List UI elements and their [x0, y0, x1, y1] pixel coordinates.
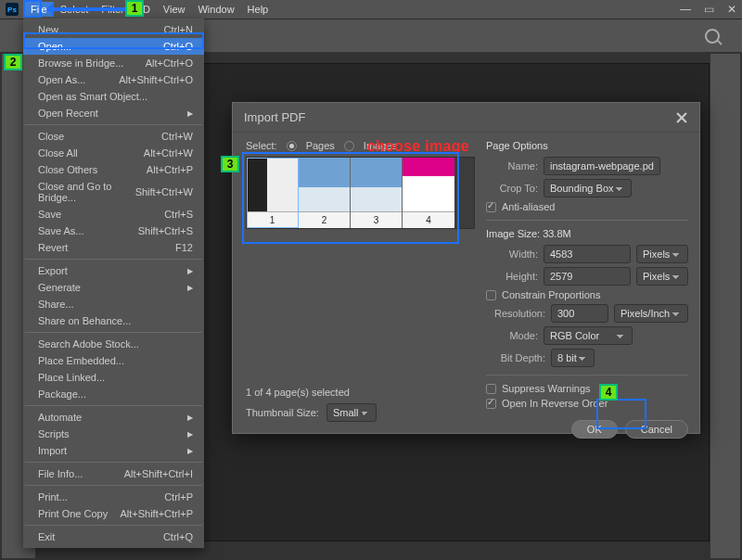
file-menu-item[interactable]: File Info...Alt+Shift+Ctrl+I [23, 465, 204, 482]
callout-3: 3 [221, 156, 239, 172]
file-menu-item[interactable]: Print...Ctrl+P [23, 489, 204, 505]
resolution-field[interactable] [551, 304, 608, 323]
callout-arrow-1 [48, 7, 134, 11]
reverse-label: Open In Reverse Order [502, 398, 608, 409]
file-menu-item[interactable]: Share on Behance... [23, 312, 204, 329]
mode-label: Mode: [486, 330, 538, 341]
menu-separator [25, 485, 202, 486]
search-icon[interactable] [705, 29, 720, 44]
width-field[interactable] [544, 245, 631, 263]
file-menu-item[interactable]: Search Adobe Stock... [23, 336, 204, 352]
file-menu-item[interactable]: CloseCtrl+W [23, 128, 204, 145]
callout-4: 4 [599, 384, 618, 401]
radio-pages-label: Pages [306, 140, 335, 151]
thumbnail-3[interactable]: 3 [351, 158, 403, 228]
constrain-checkbox[interactable] [486, 290, 496, 300]
file-menu-item[interactable]: Place Linked... [23, 369, 204, 386]
menu-separator [25, 259, 202, 260]
file-menu-item[interactable]: Share... [23, 296, 204, 312]
menu-separator [25, 124, 202, 125]
thumbnails: 1 2 3 4 [246, 157, 475, 229]
file-menu: New...Ctrl+NOpen...Ctrl+OBrowse in Bridg… [23, 19, 204, 548]
cancel-button[interactable]: Cancel [625, 420, 688, 439]
import-pdf-dialog: Import PDF Select: Pages Images choose i… [232, 102, 700, 434]
reverse-checkbox[interactable] [486, 399, 496, 409]
menu-separator [25, 462, 202, 463]
file-menu-item[interactable]: ExitCtrl+Q [23, 528, 204, 545]
suppress-checkbox[interactable] [486, 384, 496, 394]
menu-separator [25, 332, 202, 333]
photoshop-icon: Ps [6, 3, 19, 16]
menu-separator [25, 405, 202, 406]
height-label: Height: [486, 271, 538, 282]
thumbnail-2[interactable]: 2 [299, 158, 351, 228]
window-controls: — ▭ ✕ [680, 0, 736, 19]
ok-button[interactable]: OK [571, 420, 618, 439]
crop-to-select[interactable]: Bounding Box [544, 179, 632, 197]
menu-window[interactable]: Window [191, 2, 240, 17]
name-field[interactable] [544, 157, 660, 175]
image-size-title: Image Size: 33.8M [486, 228, 688, 239]
close-icon[interactable] [675, 111, 688, 124]
file-menu-item[interactable]: Open As...Alt+Shift+Ctrl+O [23, 71, 204, 88]
choose-image-callout: choose image [367, 138, 469, 155]
anti-aliased-checkbox[interactable] [486, 202, 496, 212]
file-menu-item[interactable]: Automate▶ [23, 409, 204, 426]
file-menu-item[interactable]: Generate▶ [23, 279, 204, 296]
crop-label: Crop To: [486, 183, 538, 194]
resolution-label: Resolution: [486, 308, 545, 319]
file-menu-item[interactable]: New...Ctrl+N [23, 21, 204, 38]
maximize-icon[interactable]: ▭ [704, 3, 714, 16]
thumbnail-size-label: Thumbnail Size: [246, 407, 319, 418]
minimize-icon[interactable]: — [680, 3, 691, 16]
select-label: Select: [246, 140, 277, 151]
file-menu-item[interactable]: Close OthersAlt+Ctrl+P [23, 161, 204, 178]
file-menu-item[interactable]: Save As...Shift+Ctrl+S [23, 223, 204, 239]
height-field[interactable] [544, 267, 631, 286]
height-unit-select[interactable]: Pixels [636, 267, 688, 286]
close-icon[interactable]: ✕ [727, 3, 736, 16]
thumbnail-4[interactable]: 4 [403, 158, 454, 228]
file-menu-item[interactable]: RevertF12 [23, 239, 204, 256]
file-menu-item[interactable]: Import▶ [23, 442, 204, 459]
constrain-label: Constrain Proportions [502, 289, 600, 300]
menu-separator [25, 525, 202, 526]
anti-aliased-label: Anti-aliased [502, 201, 555, 212]
bit-depth-select[interactable]: 8 bit [551, 349, 595, 367]
callout-2: 2 [4, 54, 22, 70]
bit-depth-label: Bit Depth: [486, 352, 545, 363]
file-menu-item[interactable]: Browse in Bridge...Alt+Ctrl+O [23, 55, 204, 71]
suppress-label: Suppress Warnings [502, 383, 591, 394]
mode-select[interactable]: RGB Color [544, 326, 633, 345]
file-menu-item[interactable]: Export▶ [23, 262, 204, 279]
thumbnail-size-select[interactable]: Small [326, 403, 377, 422]
page-options-title: Page Options [486, 140, 688, 151]
menu-view[interactable]: View [157, 2, 192, 17]
width-unit-select[interactable]: Pixels [636, 245, 688, 263]
name-label: Name: [486, 160, 538, 172]
file-menu-item[interactable]: Open as Smart Object... [23, 88, 204, 105]
file-menu-item[interactable]: Print One CopyAlt+Shift+Ctrl+P [23, 505, 204, 522]
menu-help[interactable]: Help [241, 2, 275, 17]
callout-1: 1 [125, 0, 144, 17]
resolution-unit-select[interactable]: Pixels/Inch [614, 304, 688, 323]
right-panels [710, 54, 740, 558]
radio-pages[interactable] [287, 141, 297, 151]
radio-images[interactable] [344, 141, 354, 151]
width-label: Width: [486, 248, 538, 260]
file-menu-item[interactable]: Open Recent▶ [23, 105, 204, 121]
file-menu-item[interactable]: SaveCtrl+S [23, 206, 204, 223]
file-menu-item[interactable]: Package... [23, 386, 204, 402]
file-menu-item[interactable]: Place Embedded... [23, 352, 204, 369]
file-menu-item[interactable]: Close AllAlt+Ctrl+W [23, 145, 204, 161]
file-menu-item[interactable]: Close and Go to Bridge...Shift+Ctrl+W [23, 178, 204, 206]
selected-count: 1 of 4 page(s) selected [246, 387, 475, 398]
file-menu-item[interactable]: Scripts▶ [23, 426, 204, 442]
dialog-title: Import PDF [244, 110, 305, 124]
file-menu-item[interactable]: Open...Ctrl+O [23, 38, 204, 55]
thumbnail-1[interactable]: 1 [247, 158, 299, 228]
